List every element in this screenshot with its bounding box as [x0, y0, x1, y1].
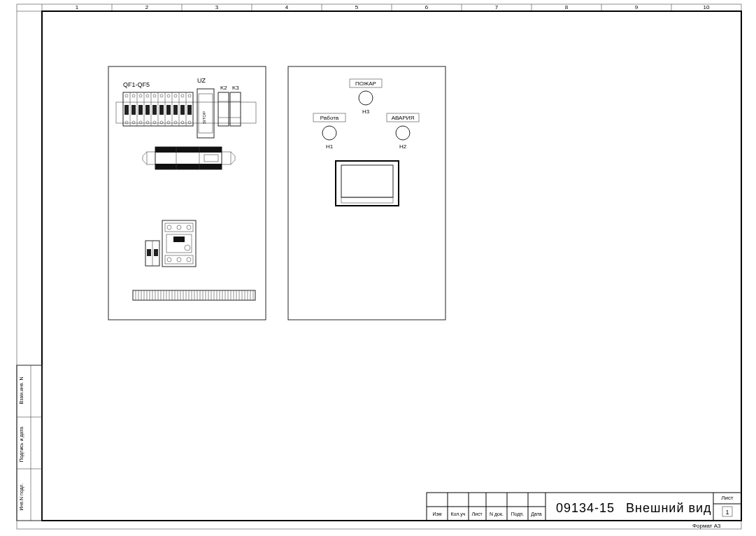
svg-point-86	[153, 121, 156, 124]
svg-point-88	[167, 121, 170, 124]
svg-point-113	[185, 245, 190, 251]
doc-number: 09134-15	[556, 501, 615, 515]
svg-text:Лист: Лист	[471, 512, 483, 516]
plc-module	[143, 147, 235, 169]
svg-rect-65	[145, 105, 150, 115]
svg-text:H2: H2	[399, 143, 407, 150]
svg-text:10: 10	[704, 4, 710, 10]
svg-rect-166	[288, 66, 445, 320]
terminal-strip	[133, 290, 255, 300]
title-block: Изм Кол.уч Лист N док. Подп. Дата 09134-…	[427, 493, 741, 521]
sidebar-labels: Инв.N подл. Подпись и дата Взам.инв. N	[19, 377, 24, 511]
svg-point-78	[167, 94, 170, 97]
svg-point-74	[139, 94, 142, 97]
svg-text:8: 8	[565, 4, 569, 10]
svg-rect-46	[108, 66, 266, 320]
svg-rect-121	[154, 249, 158, 256]
svg-rect-177	[341, 165, 393, 197]
svg-text:1: 1	[725, 509, 729, 516]
svg-rect-122	[133, 290, 255, 300]
svg-rect-176	[336, 161, 399, 206]
svg-point-77	[160, 94, 163, 97]
svg-text:Кол.уч: Кол.уч	[451, 512, 466, 517]
lamp-h1	[322, 126, 336, 140]
svg-point-89	[174, 121, 177, 124]
svg-rect-95	[218, 92, 229, 126]
svg-text:4: 4	[285, 4, 289, 10]
svg-rect-120	[147, 249, 151, 256]
svg-text:1: 1	[76, 4, 79, 10]
svg-rect-105	[204, 155, 218, 162]
svg-text:SITOP: SITOP	[202, 111, 206, 124]
ruler-labels: 1 2 3 4 5 6 7 8 9 10	[76, 4, 710, 10]
svg-rect-107	[165, 223, 193, 232]
svg-point-110	[187, 225, 191, 230]
svg-point-72	[125, 94, 128, 97]
svg-point-115	[167, 258, 171, 262]
svg-text:АВАРИЯ: АВАРИЯ	[392, 115, 415, 121]
svg-text:Инв.N подл.: Инв.N подл.	[19, 483, 24, 510]
svg-point-85	[146, 121, 149, 124]
panel-door: ПОЖАР H3 Работа H1 АВАРИЯ H2	[288, 66, 445, 320]
svg-point-91	[188, 121, 191, 124]
svg-text:Подпись и дата: Подпись и дата	[19, 427, 24, 462]
svg-text:Взам.инв. N: Взам.инв. N	[19, 377, 24, 404]
svg-text:Изм: Изм	[432, 512, 441, 516]
doc-title: Внешний вид	[626, 501, 712, 515]
svg-text:H3: H3	[362, 108, 370, 115]
svg-rect-71	[187, 105, 192, 115]
svg-point-108	[167, 225, 171, 230]
svg-point-75	[146, 94, 149, 97]
svg-text:7: 7	[495, 4, 499, 10]
svg-text:QF1-QF5: QF1-QF5	[123, 81, 150, 88]
svg-rect-68	[166, 105, 171, 115]
din-rail-1: SITOP	[116, 89, 256, 138]
svg-text:Работа: Работа	[320, 115, 339, 121]
svg-text:H1: H1	[326, 143, 334, 150]
svg-text:Дата: Дата	[531, 512, 542, 517]
svg-rect-63	[131, 105, 136, 115]
panel-internal: QF1-QF5 UZ K2 K3	[108, 66, 266, 320]
svg-point-109	[177, 225, 181, 230]
svg-point-83	[132, 121, 135, 124]
svg-point-84	[139, 121, 142, 124]
svg-text:UZ: UZ	[197, 77, 206, 84]
svg-rect-62	[124, 105, 129, 115]
svg-rect-101	[155, 147, 222, 153]
drawing-sheet: 1 2 3 4 5 6 7 8 9 10 Инв.N подл. Подпись…	[0, 0, 756, 536]
svg-text:6: 6	[425, 4, 429, 10]
svg-point-117	[187, 258, 191, 262]
svg-point-87	[160, 121, 163, 124]
svg-rect-102	[155, 164, 222, 169]
svg-point-82	[125, 121, 128, 124]
svg-point-90	[181, 121, 184, 124]
svg-text:ПОЖАР: ПОЖАР	[355, 80, 376, 87]
svg-rect-178	[341, 197, 393, 203]
svg-point-76	[153, 94, 156, 97]
svg-rect-112	[173, 237, 185, 242]
svg-rect-67	[159, 105, 164, 115]
hmi-display	[336, 161, 399, 206]
svg-text:2: 2	[145, 4, 149, 10]
svg-point-73	[132, 94, 135, 97]
svg-text:5: 5	[355, 4, 359, 10]
svg-text:3: 3	[215, 4, 219, 10]
motor-starter	[145, 220, 196, 267]
format-label: Формат А3	[692, 523, 721, 529]
svg-text:Подп.: Подп.	[511, 512, 525, 517]
svg-text:K2: K2	[220, 85, 227, 91]
svg-text:K3: K3	[232, 85, 239, 91]
svg-rect-70	[180, 105, 185, 115]
svg-point-116	[177, 258, 181, 262]
svg-text:N док.: N док.	[490, 512, 504, 517]
svg-rect-114	[165, 255, 193, 264]
svg-rect-96	[230, 92, 241, 126]
svg-point-79	[174, 94, 177, 97]
svg-text:Лист: Лист	[721, 495, 734, 501]
svg-rect-69	[173, 105, 178, 115]
svg-text:9: 9	[635, 4, 639, 10]
svg-rect-66	[152, 105, 157, 115]
svg-rect-64	[138, 105, 143, 115]
lamp-h2	[396, 126, 410, 140]
lamp-h3	[359, 91, 373, 105]
